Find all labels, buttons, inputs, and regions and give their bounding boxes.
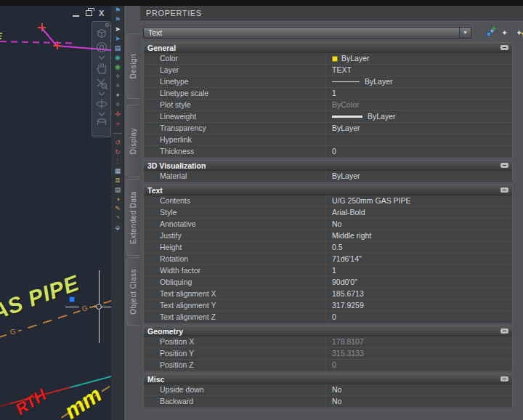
globe-icon[interactable]: ◉ [111,53,124,62]
sheet-icon[interactable]: ▤ [111,185,124,195]
world-icon[interactable]: ◉ [111,62,124,72]
pencil-icon[interactable]: ✎ [111,204,124,214]
arc-icon[interactable]: ◝ [111,214,124,223]
property-value[interactable]: Arial-Bold [326,207,512,218]
tab-display[interactable]: Display [126,105,140,177]
property-value[interactable]: ByLayer [326,76,512,87]
chevron-down-icon[interactable] [98,92,105,96]
collapse-icon[interactable] [500,45,508,50]
flag-alt-icon[interactable]: ⚑ [111,15,124,25]
minimize-icon[interactable] [73,15,79,17]
property-value[interactable]: No [326,219,512,230]
cursor-icon[interactable]: ➤ [111,25,124,34]
showmotion-icon[interactable] [95,118,108,128]
node-icon[interactable]: ✧ [111,81,124,91]
attach-icon[interactable]: ▤ [111,44,124,53]
undo-icon[interactable]: ↺ [111,138,124,148]
north-text-fragment: RTH [12,386,50,419]
property-value[interactable]: TEXT [326,65,512,76]
grip-handle[interactable] [69,296,75,302]
redo-icon[interactable]: ↻ [111,148,124,157]
property-value[interactable]: ByLayer [326,171,512,182]
object-type-dropdown[interactable]: Text ▼ [143,27,471,39]
flag-icon[interactable]: ⚑ [111,6,124,15]
table-icon[interactable]: ▦ [111,166,124,176]
tab-extended-data[interactable]: Extended Data [126,179,140,256]
property-value[interactable]: ByLayer [326,123,512,134]
section-header[interactable]: Misc [144,374,512,384]
close-icon[interactable]: X [99,8,104,18]
section-3d-visualization: 3D VisualizationMaterialByLayer [143,160,513,182]
tab-label: Display [129,128,137,154]
orbit-icon[interactable] [95,97,108,110]
restore-icon[interactable] [86,10,92,16]
palette-title: PROPERTIES [140,6,523,20]
chevron-down-icon[interactable]: ▼ [459,28,471,38]
steering-wheel-icon[interactable] [95,41,108,54]
section-header[interactable]: General [144,43,512,53]
property-value[interactable]: Middle right [326,230,512,241]
section-header[interactable]: Text [144,185,512,195]
chevron-down-icon[interactable] [98,55,105,60]
window-controls: X [73,8,104,18]
property-value[interactable]: ByColor [326,100,512,110]
property-value[interactable]: 0 [326,146,512,157]
section-misc: MiscUpside downNoBackwardNo [143,373,513,408]
select-objects-button[interactable]: ✦ [500,28,511,38]
pointer-icon[interactable]: ➤ [111,34,124,44]
quick-select-button[interactable]: ✦ [515,28,523,38]
node-icon[interactable]: ✧ [111,100,124,110]
property-value[interactable]: 0 [326,312,512,323]
layers-icon[interactable]: ≣ [111,176,124,185]
collapse-icon[interactable] [500,328,508,334]
drawing-canvas[interactable]: X E [0,0,111,420]
node-icon[interactable]: ✧ [111,72,124,81]
collapse-icon[interactable] [500,376,508,381]
row-position-x: Position X178.8107 [144,336,512,348]
section-general: GeneralColorByLayerLayerTEXTLinetypeByLa… [143,42,513,158]
viewcube-icon[interactable] [95,28,108,39]
section-text: TextContentsU/G 250mm GAS PIPEStyleArial… [143,185,513,323]
property-label: Position Y [144,348,326,359]
pin-icon[interactable]: ✜ [111,110,124,119]
property-value[interactable]: 317.9259 [326,300,512,311]
property-value[interactable]: 1 [326,88,512,99]
marks-icon[interactable]: ⁞ [111,157,124,166]
locate-icon[interactable]: ⌖ [111,119,124,129]
tab-design[interactable]: Design [126,33,140,99]
navigation-bar[interactable] [92,21,111,137]
property-value[interactable]: 185.6713 [326,288,512,299]
select-objects-icon: ✦ [501,28,508,38]
collapse-icon[interactable] [500,163,508,168]
property-value[interactable] [326,134,512,145]
property-label: Color [144,53,326,64]
section-title: Geometry [144,327,500,336]
block-icon[interactable]: ⬙ [111,223,124,233]
property-value[interactable]: No [326,384,512,395]
property-value[interactable]: No [326,396,512,407]
tab-object-class[interactable]: Object Class [126,257,140,326]
collapse-icon[interactable] [500,187,508,193]
property-value[interactable]: ByLayer [326,111,512,122]
property-value[interactable]: 71d6'14" [326,254,512,264]
node-icon[interactable]: ✦ [111,91,124,100]
property-value[interactable]: 315.3133 [326,348,512,359]
property-value[interactable]: 90d0'0" [326,277,512,288]
section-header[interactable]: 3D Visualization [144,161,512,171]
property-value[interactable]: 178.8107 [326,336,512,347]
row-lineweight: LineweightByLayer [144,111,512,123]
property-label: Contents [144,195,326,206]
pan-hand-icon[interactable] [95,61,108,76]
property-value[interactable]: U/G 250mm GAS PIPE [326,195,512,206]
property-value[interactable]: ByLayer [326,53,512,64]
chevron-down-icon[interactable] [98,112,105,116]
section-header[interactable]: Geometry [144,326,512,336]
zoom-icon[interactable] [95,77,108,90]
property-value[interactable]: 0.5 [326,242,512,253]
property-value[interactable]: 0 [326,360,512,371]
property-label: Rotation [144,254,326,264]
toggle-pickadd-button[interactable]: + [486,28,497,38]
render-icon[interactable]: ◑ [111,195,124,204]
navbar-close-icon[interactable] [105,23,109,27]
property-value[interactable]: 1 [326,265,512,276]
